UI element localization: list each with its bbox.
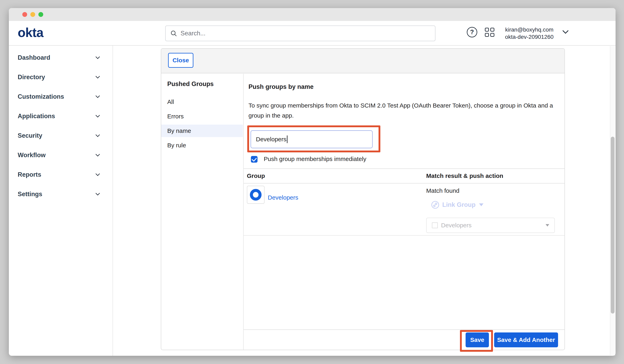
zoom-window-button[interactable] [38,12,43,17]
link-group-label: Link Group [442,201,475,208]
nav-item-by-name[interactable]: By name [161,125,243,137]
match-status-text: Match found [426,187,459,194]
panel-nav-divider [243,74,244,350]
account-org: okta-dev-20901260 [501,33,558,41]
sidebar-item-dashboard[interactable]: Dashboard [9,52,112,64]
footer-divider [244,329,565,330]
section-divider [244,168,565,169]
account-email: kiran@boxyhq.com [501,26,558,33]
chevron-down-icon [95,95,101,99]
help-icon[interactable]: ? [467,27,477,37]
sidebar-item-applications[interactable]: Applications [9,110,112,122]
save-add-another-button[interactable]: Save & Add Another [494,333,558,347]
header-divider [9,45,616,46]
link-group-button[interactable]: Link Group [431,201,484,209]
close-button[interactable]: Close [168,53,193,68]
group-name-link[interactable]: Developers [268,194,298,201]
app-group-value: Developers [441,222,542,229]
push-immediately-label: Push group memberships immediately [264,156,366,162]
select-caret-icon [546,224,549,227]
description-text: To sync group memberships from Okta to S… [248,101,564,121]
panel-header [161,49,565,73]
okta-logo: okta [18,25,43,41]
chevron-down-icon [95,56,101,59]
page-title: Push groups by name [248,83,313,90]
account-menu[interactable]: kiran@boxyhq.com okta-dev-20901260 [501,26,558,41]
column-header-match: Match result & push action [426,172,503,179]
sidebar-item-reports[interactable]: Reports [9,168,112,181]
text-cursor [287,135,287,143]
chevron-down-icon [95,192,101,196]
sidebar-item-security[interactable]: Security [9,130,112,142]
group-avatar [247,186,264,204]
sidebar-item-directory[interactable]: Directory [9,71,112,83]
account-chevron-down-icon[interactable] [562,29,569,35]
link-icon [431,201,440,209]
save-button[interactable]: Save [466,333,489,347]
scrollbar-thumb[interactable] [611,137,615,313]
sidebar-item-workflow[interactable]: Workflow [9,149,112,161]
pushed-groups-panel [161,48,565,350]
nav-item-errors[interactable]: Errors [161,110,243,123]
app-group-icon [432,222,438,228]
apps-grid-icon[interactable] [485,28,494,37]
sidebar-item-settings[interactable]: Settings [9,188,112,200]
chevron-down-icon [95,75,101,79]
link-group-caret-icon [479,203,484,206]
sidebar-divider [113,46,113,356]
window-titlebar [9,8,616,21]
group-name-value: Developers [256,136,286,143]
app-group-select[interactable]: Developers [426,218,555,233]
table-header-divider [244,183,565,183]
chevron-down-icon [95,173,101,177]
group-icon [250,189,261,201]
push-immediately-checkbox[interactable] [251,156,258,163]
global-search[interactable] [165,26,435,41]
minimize-window-button[interactable] [30,12,35,17]
nav-item-all[interactable]: All [161,96,243,108]
column-header-group: Group [247,172,265,179]
nav-item-by-rule[interactable]: By rule [161,139,243,152]
search-input[interactable] [181,30,431,37]
search-icon [170,30,177,37]
table-row-divider [244,235,565,235]
group-name-input[interactable]: Developers [251,130,373,148]
sidebar-item-customizations[interactable]: Customizations [9,90,112,103]
panel-nav-title: Pushed Groups [167,80,214,88]
chevron-down-icon [95,153,101,157]
chevron-down-icon [95,114,101,118]
chevron-down-icon [95,134,101,137]
close-window-button[interactable] [22,12,27,17]
